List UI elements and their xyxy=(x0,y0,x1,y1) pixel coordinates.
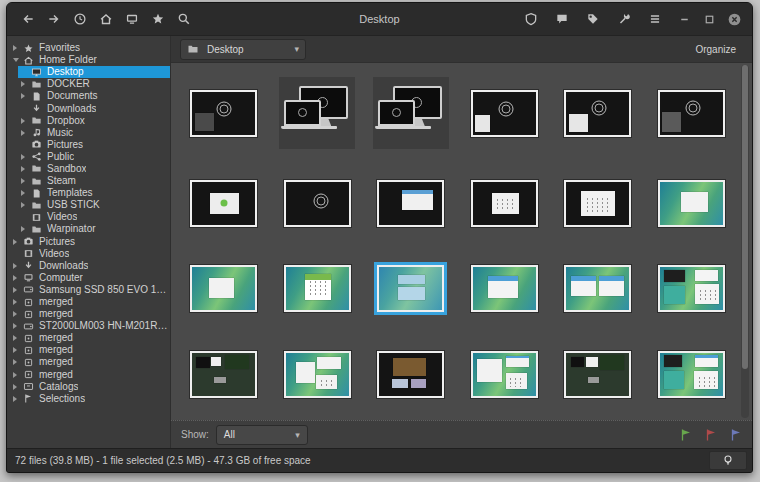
expander-icon[interactable] xyxy=(13,275,23,281)
file-thumbnail[interactable] xyxy=(190,265,257,312)
scrollbar-thumb[interactable] xyxy=(742,65,748,369)
file-thumbnail[interactable] xyxy=(284,351,351,398)
sidebar-item-steam[interactable]: Steam xyxy=(7,175,170,187)
expander-icon[interactable] xyxy=(13,335,23,341)
sidebar-item-merged[interactable]: merged xyxy=(7,296,170,308)
menu-button[interactable] xyxy=(644,8,666,30)
expander-icon[interactable] xyxy=(21,190,31,196)
expander-icon[interactable] xyxy=(13,45,23,51)
expander-icon[interactable] xyxy=(13,299,23,305)
show-thumbnails-button[interactable] xyxy=(709,451,747,470)
forward-button[interactable] xyxy=(43,8,65,30)
sidebar-item-catalogs[interactable]: Catalogs xyxy=(7,381,170,393)
sidebar-item-music[interactable]: Music xyxy=(7,127,170,139)
sidebar-item-sandbox[interactable]: Sandbox xyxy=(7,163,170,175)
file-thumbnail[interactable] xyxy=(471,90,538,137)
sidebar-item-desktop[interactable]: Desktop xyxy=(18,66,170,78)
search-button[interactable] xyxy=(173,8,195,30)
file-thumbnail[interactable] xyxy=(658,265,725,312)
tools-button[interactable] xyxy=(613,8,635,30)
green-flag-button[interactable] xyxy=(678,428,692,442)
expander-icon[interactable] xyxy=(13,347,23,353)
sidebar-item-warpinator[interactable]: Warpinator xyxy=(7,223,170,235)
file-thumbnail[interactable] xyxy=(564,265,631,312)
sidebar-item-videos[interactable]: Videos xyxy=(7,248,170,260)
sidebar-item-usb-stick[interactable]: USB STICK xyxy=(7,199,170,211)
blue-flag-button[interactable] xyxy=(728,428,742,442)
file-thumbnail[interactable] xyxy=(658,180,725,227)
recent-button[interactable] xyxy=(69,8,91,30)
expander-icon[interactable] xyxy=(13,372,23,378)
sidebar-item-st2000lm003-hn-m201rad-2-0-tb[interactable]: ST2000LM003 HN-M201RAD: 2.0 TB ... xyxy=(7,320,170,332)
tag-button[interactable] xyxy=(582,8,604,30)
file-thumbnail[interactable] xyxy=(284,180,351,227)
sidebar-item-computer[interactable]: Computer xyxy=(7,272,170,284)
location-dropdown[interactable]: Desktop ▾ xyxy=(180,39,306,60)
expander-icon[interactable] xyxy=(21,202,31,208)
expander-icon[interactable] xyxy=(13,323,23,329)
file-thumbnail[interactable] xyxy=(471,265,538,312)
sidebar-item-pictures[interactable]: Pictures xyxy=(7,139,170,151)
sidebar-item-merged[interactable]: merged xyxy=(7,308,170,320)
file-thumbnail[interactable] xyxy=(564,351,631,398)
expander-icon[interactable] xyxy=(21,154,31,160)
file-thumbnail[interactable] xyxy=(284,265,351,312)
sidebar-item-merged[interactable]: merged xyxy=(7,356,170,368)
expander-icon[interactable] xyxy=(21,226,31,232)
file-thumbnail-selected[interactable] xyxy=(377,265,444,312)
file-thumbnail[interactable] xyxy=(658,90,725,137)
file-thumbnail[interactable] xyxy=(564,180,631,227)
sidebar-item-home-folder[interactable]: Home Folder xyxy=(7,54,170,66)
file-thumbnail[interactable] xyxy=(190,351,257,398)
sidebar-item-favorites[interactable]: Favorites xyxy=(7,42,170,54)
sidebar-item-pictures[interactable]: Pictures xyxy=(7,236,170,248)
expander-icon[interactable] xyxy=(21,81,31,87)
maximize-button[interactable] xyxy=(701,11,717,27)
expander-icon[interactable] xyxy=(13,58,23,62)
expander-icon[interactable] xyxy=(13,263,23,269)
expander-icon[interactable] xyxy=(21,178,31,184)
sidebar-item-downloads[interactable]: Downloads xyxy=(7,102,170,114)
expander-icon[interactable] xyxy=(13,359,23,365)
expander-icon[interactable] xyxy=(13,396,23,402)
home-button[interactable] xyxy=(95,8,117,30)
vertical-scrollbar[interactable] xyxy=(741,65,749,418)
file-thumbnail[interactable] xyxy=(471,180,538,227)
sidebar-item-templates[interactable]: Templates xyxy=(7,187,170,199)
red-flag-button[interactable] xyxy=(703,428,717,442)
sidebar-item-selections[interactable]: Selections xyxy=(7,393,170,405)
sidebar-item-documents[interactable]: Documents xyxy=(7,90,170,102)
file-thumbnail[interactable] xyxy=(373,77,449,149)
sidebar-item-public[interactable]: Public xyxy=(7,151,170,163)
file-thumbnail[interactable] xyxy=(377,351,444,398)
computer-button[interactable] xyxy=(121,8,143,30)
sidebar-item-videos[interactable]: Videos xyxy=(7,211,170,223)
expander-icon[interactable] xyxy=(13,311,23,317)
sidebar-item-docker[interactable]: DOCKER xyxy=(7,78,170,90)
close-button[interactable] xyxy=(726,11,742,27)
sidebar-item-downloads[interactable]: Downloads xyxy=(7,260,170,272)
sidebar-item-merged[interactable]: merged xyxy=(7,369,170,381)
filter-dropdown[interactable]: All ▾ xyxy=(216,425,308,445)
sidebar-item-merged[interactable]: merged xyxy=(7,332,170,344)
expander-icon[interactable] xyxy=(21,118,31,124)
organize-button[interactable]: Organize xyxy=(688,41,743,58)
file-thumbnail[interactable] xyxy=(279,77,355,149)
file-thumbnail[interactable] xyxy=(658,351,725,398)
expander-icon[interactable] xyxy=(13,239,23,245)
expander-icon[interactable] xyxy=(13,287,23,293)
file-thumbnail[interactable] xyxy=(190,90,257,137)
shield-button[interactable] xyxy=(520,8,542,30)
sidebar-item-dropbox[interactable]: Dropbox xyxy=(7,115,170,127)
file-thumbnail[interactable] xyxy=(377,180,444,227)
expander-icon[interactable] xyxy=(13,384,23,390)
expander-icon[interactable] xyxy=(21,93,31,99)
sidebar-item-merged[interactable]: merged xyxy=(7,344,170,356)
expander-icon[interactable] xyxy=(21,166,31,172)
file-thumbnail[interactable] xyxy=(190,180,257,227)
minimize-button[interactable] xyxy=(676,11,692,27)
chat-button[interactable] xyxy=(551,8,573,30)
file-thumbnail[interactable] xyxy=(564,90,631,137)
sidebar-item-samsung-ssd-850-evo-1tb-data[interactable]: Samsung SSD 850 EVO 1TB: Data xyxy=(7,284,170,296)
star-button[interactable] xyxy=(147,8,169,30)
